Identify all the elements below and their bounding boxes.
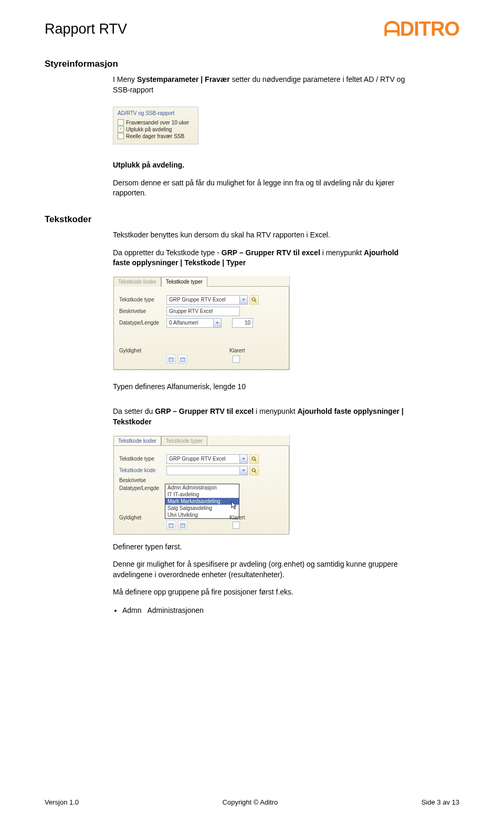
label-gyldighet: Gyldighet xyxy=(119,348,166,353)
para-setter-grp: Da setter du GRP – Grupper RTV til excel… xyxy=(113,406,407,427)
para-typen-defineres: Typen defineres Alfanumerisk, lengde 10 xyxy=(113,382,407,392)
svg-line-7 xyxy=(255,460,256,461)
search-icon xyxy=(249,466,259,475)
svg-line-9 xyxy=(255,471,256,473)
footer-copyright: Copyright © Aditro xyxy=(223,798,278,806)
input-tekstkode-kode xyxy=(166,466,240,475)
footer-version: Versjon 1.0 xyxy=(45,798,79,806)
input-lengde: 10 xyxy=(232,318,253,328)
heading-styreinformasjon: Styreinformasjon xyxy=(45,59,459,69)
panel-title: AD/RTV og SSB-rapport xyxy=(118,110,194,116)
dropdown-icon: ▾ xyxy=(240,295,248,305)
input-tekstkode-type: GRP Gruppe RTV Excel xyxy=(166,454,240,464)
para-utplukk-heading: Utplukk på avdeling. xyxy=(113,161,184,169)
para-tekstkode-type: Da oppretter du Tekstkode type - GRP – G… xyxy=(113,248,407,268)
screenshot-ad-rtv-panel: AD/RTV og SSB-rapport Fraværsandel over … xyxy=(113,107,198,144)
label-tekstkode-type: Tekstkode type xyxy=(119,297,166,303)
checkbox-label: Fraværsandel over 10 uker xyxy=(126,120,189,126)
dropdown-icon: ▾ xyxy=(240,454,248,464)
dropdown-option: Admn Administrasjon xyxy=(165,484,239,491)
footer-page: Side 3 av 13 xyxy=(422,798,459,806)
label-klarert: Klarert xyxy=(229,348,258,353)
svg-point-6 xyxy=(252,457,255,460)
label-tekstkode-kode: Tekstkode kode xyxy=(119,467,166,473)
checkbox-icon xyxy=(118,133,124,139)
label-tekstkode-type: Tekstkode type xyxy=(119,456,166,462)
para-tekstkoder-intro: Tekstkoder benyttes kun dersom du skal h… xyxy=(113,230,407,241)
checkbox-label: Reelle dager fravær SSB xyxy=(126,133,184,139)
svg-rect-12 xyxy=(181,524,185,527)
calendar-icon xyxy=(166,520,176,530)
search-icon xyxy=(249,454,259,464)
dropdown-tekstkode-kode-list: Admn Administrasjon IT IT-avdeling Mark … xyxy=(165,484,239,519)
dropdown-icon: ▾ xyxy=(214,318,222,328)
para-spesifisere-avdeling: Denne gir mulighet for å spesifisere pr … xyxy=(113,559,407,580)
search-icon xyxy=(249,295,259,305)
label-datatype: Datatype/Lengde xyxy=(119,485,166,491)
para-definerer-typen: Definerer typen først. xyxy=(113,542,407,552)
tab-tekstkode-typer: Tekstkode typer xyxy=(161,277,207,287)
dropdown-icon: ▾ xyxy=(240,466,248,475)
checkbox-klarert xyxy=(233,356,240,363)
para-definere-gruppene: Må definere opp gruppene på fire posisjo… xyxy=(113,587,407,598)
para-system-param: I Meny Systemparameter | Fravær setter d… xyxy=(113,75,407,95)
svg-line-1 xyxy=(255,300,256,302)
label-gyldighet: Gyldighet xyxy=(119,515,166,520)
svg-rect-4 xyxy=(181,358,185,361)
checkbox-icon xyxy=(118,119,124,126)
label-klarert: Klarert xyxy=(229,515,258,520)
svg-point-8 xyxy=(252,468,255,472)
svg-rect-2 xyxy=(169,358,173,361)
doc-title: Rapport RTV xyxy=(45,21,127,37)
heading-tekstkoder: Tekstkoder xyxy=(45,214,459,225)
calendar-icon xyxy=(178,520,187,530)
dropdown-option: IT IT-avdeling xyxy=(165,491,239,498)
svg-rect-10 xyxy=(169,524,173,527)
svg-point-0 xyxy=(252,298,255,301)
label-datatype: Datatype/Lengde xyxy=(119,320,166,326)
calendar-icon xyxy=(178,354,187,364)
tab-tekstkode-koder: Tekstkode koder xyxy=(113,436,161,446)
screenshot-tekstkode-typer-panel: Tekstkode koder Tekstkode typer Tekstkod… xyxy=(113,276,290,370)
tab-tekstkode-koder: Tekstkode koder xyxy=(113,277,161,287)
input-tekstkode-type: GRP Gruppe RTV Excel xyxy=(166,295,240,305)
label-beskrivelse: Beskrivelse xyxy=(119,477,166,483)
input-beskrivelse: Gruppe RTV Excel xyxy=(166,307,240,316)
input-datatype: 0 Alfanumeri xyxy=(166,318,214,328)
dropdown-option: Salg Salgsavdeling xyxy=(165,505,239,512)
calendar-icon xyxy=(166,354,176,364)
para-utplukk-body: Dersom denne er satt på får du mulighet … xyxy=(113,178,407,199)
brand-logo: ᗩDITRO xyxy=(384,19,459,39)
checkbox-klarert xyxy=(233,521,240,529)
label-beskrivelse: Beskrivelse xyxy=(119,308,166,314)
screenshot-tekstkode-koder-panel: Tekstkode koder Tekstkode typer Tekstkod… xyxy=(113,435,290,530)
tab-tekstkode-typer: Tekstkode typer xyxy=(161,436,207,446)
checkbox-icon: ✓ xyxy=(118,126,124,132)
bullet-admn: Admn Administrasjonen xyxy=(122,605,407,616)
dropdown-option-selected: Mark Markedsavdeling xyxy=(165,498,239,505)
checkbox-label: Utplukk på avdeling xyxy=(126,127,172,132)
